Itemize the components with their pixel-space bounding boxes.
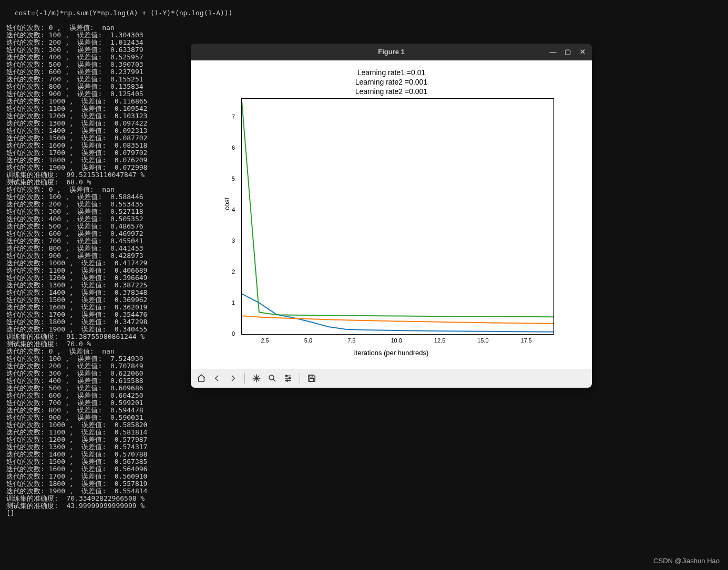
pan-icon[interactable]: [250, 372, 263, 385]
y-tick: 4: [232, 206, 235, 213]
save-icon[interactable]: [305, 372, 318, 385]
x-tick: 2.5: [261, 337, 269, 344]
chart-title: Learning rate1 =0.01 Learning rate2 =0.0…: [191, 68, 592, 96]
svg-point-3: [286, 380, 288, 381]
x-tick: 10.0: [391, 337, 402, 344]
y-tick: 3: [232, 237, 235, 244]
svg-point-2: [289, 378, 291, 379]
plot-area: [241, 98, 554, 335]
x-axis-label: iterations (per hundreds): [191, 349, 592, 357]
maximize-button[interactable]: ▢: [561, 46, 574, 58]
y-tick: 2: [232, 268, 235, 275]
y-axis-label: cost: [223, 198, 231, 210]
minimize-button[interactable]: —: [547, 46, 559, 58]
y-tick: 0: [232, 330, 235, 337]
y-tick: 1: [232, 299, 235, 306]
back-icon[interactable]: [211, 372, 223, 385]
x-tick: 5.0: [304, 337, 312, 344]
home-icon[interactable]: [195, 372, 208, 385]
series-line: [242, 101, 553, 317]
window-title: Figure 1: [378, 48, 405, 56]
x-tick: 17.5: [521, 337, 532, 344]
matplotlib-toolbar: [191, 369, 592, 388]
zoom-icon[interactable]: [266, 372, 279, 385]
x-tick: 7.5: [347, 337, 355, 344]
x-tick: 12.5: [434, 337, 445, 344]
x-tick: 15.0: [477, 337, 488, 344]
forward-icon[interactable]: [227, 372, 239, 385]
svg-point-0: [269, 375, 274, 380]
y-tick: 6: [232, 144, 235, 151]
svg-point-1: [286, 375, 288, 377]
window-titlebar[interactable]: Figure 1 — ▢ ✕: [191, 44, 592, 60]
svg-rect-4: [310, 375, 313, 377]
series-line: [242, 294, 553, 332]
y-tick: 7: [232, 113, 235, 120]
toolbar-separator: [244, 373, 245, 384]
toolbar-separator: [300, 373, 300, 384]
close-button[interactable]: ✕: [576, 46, 589, 58]
watermark: CSDN @Jiashun Hao: [653, 557, 720, 565]
figure-window: Figure 1 — ▢ ✕ Learning rate1 =0.01 Lear…: [191, 44, 592, 388]
code-line: cost=(-1/m)*np.sum(Y*np.log(A) + (1-Y)*(…: [6, 9, 232, 17]
configure-icon[interactable]: [282, 372, 294, 385]
y-tick: 5: [232, 175, 235, 182]
figure-canvas[interactable]: Learning rate1 =0.01 Learning rate2 =0.0…: [191, 60, 592, 369]
chart-lines: [242, 99, 553, 334]
svg-rect-5: [310, 379, 314, 381]
